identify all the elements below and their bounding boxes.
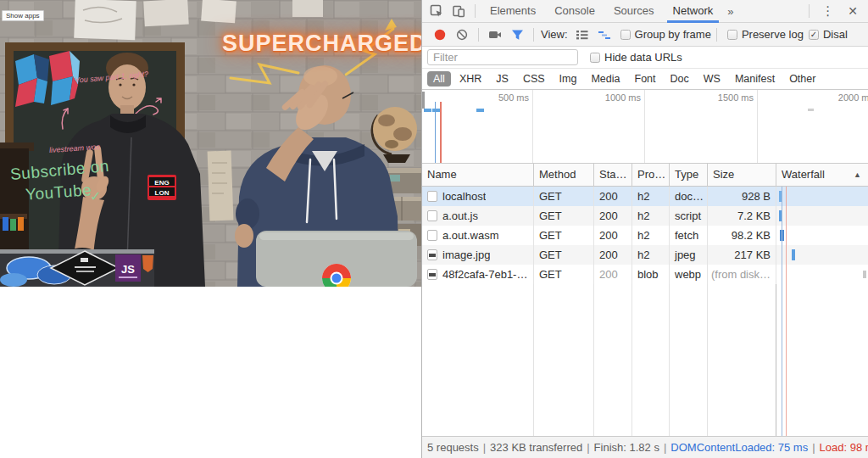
capture-screenshots-icon[interactable] (487, 28, 503, 42)
table-row-localhost[interactable]: localhost GET 200 h2 doc… 928 B (422, 187, 868, 206)
laptop-silver (256, 231, 417, 287)
type-filter-img[interactable]: Img (554, 71, 583, 87)
column-header-status[interactable]: Sta… (594, 164, 632, 186)
divider (716, 28, 717, 42)
filter-input[interactable] (427, 49, 578, 65)
preserve-log-label: Preserve log (742, 28, 804, 41)
video-still: ENG LON (0, 0, 421, 287)
divider (533, 28, 534, 42)
overview-request-bar (476, 109, 484, 112)
show-apps-tooltip: Show apps (2, 10, 44, 21)
devtools-panel: Elements Console Sources Network » ⋮ ✕ (421, 0, 868, 458)
group-by-frame-label: Group by frame (635, 28, 711, 41)
hoodie-patch-line1: ENG (154, 179, 169, 187)
table-row-blob-webp[interactable]: 48f2cafa-7eb1-… GET 200 blob webp (from … (422, 265, 868, 284)
laptop-stickers: JS (0, 249, 154, 287)
requests-table: Name Method Sta… Pro… Type Size Waterfal… (422, 164, 868, 436)
type-filter-js[interactable]: JS (490, 71, 515, 87)
dcl-event-line (435, 102, 436, 163)
finish-time: Finish: 1.82 s (594, 441, 659, 454)
type-filter-doc[interactable]: Doc (665, 71, 695, 87)
column-divider (593, 284, 594, 436)
view-label: View: (541, 28, 568, 41)
type-filter-font[interactable]: Font (629, 71, 662, 87)
type-filter-other[interactable]: Other (783, 71, 821, 87)
type-filter-xhr[interactable]: XHR (453, 71, 487, 87)
gridline (757, 90, 758, 163)
image-file-icon (427, 269, 437, 280)
chalk-subscribe-check: ✓ (90, 188, 102, 204)
load-time: Load: 98 ms (820, 441, 868, 454)
waterfall-bar (863, 271, 866, 278)
document-file-icon (427, 230, 437, 241)
column-header-name[interactable]: Name (422, 164, 534, 186)
column-divider (632, 284, 632, 436)
document-file-icon (427, 210, 437, 221)
js-sticker-label: JS (121, 263, 135, 276)
devtools-menu-icon[interactable]: ⋮ (815, 3, 841, 19)
document-file-icon (427, 191, 437, 202)
summary-separator: | (664, 441, 666, 454)
record-icon[interactable] (432, 28, 448, 42)
type-filter-media[interactable]: Media (585, 71, 626, 87)
group-by-frame-checkbox[interactable] (620, 30, 631, 40)
more-tabs-icon[interactable]: » (722, 5, 738, 18)
table-header-row: Name Method Sta… Pro… Type Size Waterfal… (422, 164, 868, 187)
list-view-icon[interactable] (575, 28, 590, 42)
filter-row: Hide data URLs (422, 47, 868, 69)
devtools-tab-bar: Elements Console Sources Network » ⋮ ✕ (422, 0, 868, 23)
filter-icon[interactable] (509, 28, 525, 42)
disable-cache-label: Disal (823, 28, 848, 41)
table-row-image-jpg[interactable]: image.jpg GET 200 h2 jpeg 217 KB (422, 245, 868, 265)
hide-data-urls-label: Hide data URLs (604, 51, 682, 64)
column-divider (776, 284, 776, 436)
gridline (532, 90, 533, 163)
domcontentloaded-time: DOMContentLoaded: 75 ms (670, 441, 808, 454)
column-header-size[interactable]: Size (708, 164, 776, 186)
column-divider (533, 284, 534, 436)
overview-view-icon[interactable] (597, 28, 612, 42)
requests-count: 5 requests (427, 441, 479, 454)
overview-request-bar (432, 109, 440, 112)
preserve-log-checkbox[interactable] (727, 30, 737, 40)
sort-indicator-icon: ▲ (854, 164, 861, 186)
network-overview-timeline[interactable]: 500 ms 1000 ms 1500 ms 2000 ms (422, 90, 868, 164)
type-filter-css[interactable]: CSS (517, 71, 551, 87)
tick-1000ms: 1000 ms (576, 92, 641, 103)
hide-data-urls-checkbox[interactable] (590, 53, 600, 63)
tab-elements[interactable]: Elements (481, 0, 545, 23)
tab-network[interactable]: Network (664, 0, 723, 23)
column-header-protocol[interactable]: Pro… (632, 164, 670, 186)
overview-request-bar (808, 109, 814, 111)
column-divider (707, 284, 708, 436)
screenshot-stage: ENG LON (0, 0, 868, 458)
divider (475, 4, 476, 18)
dcl-event-line (782, 187, 782, 436)
column-header-waterfall[interactable]: Waterfall ▲ (776, 164, 868, 186)
image-file-icon (427, 249, 437, 260)
table-row-a-out-js[interactable]: a.out.js GET 200 h2 script 7.2 KB (422, 206, 868, 226)
summary-separator: | (812, 441, 815, 454)
clear-icon[interactable] (454, 28, 470, 42)
summary-separator: | (587, 441, 589, 454)
close-devtools-icon[interactable]: ✕ (841, 4, 865, 18)
overview-resize-handle[interactable] (422, 92, 425, 109)
waterfall-bar (792, 249, 795, 260)
network-toolbar: View: Group by frame (422, 23, 868, 47)
tick-1500ms: 1500 ms (689, 92, 754, 103)
hoodie-patch-line2: LON (155, 189, 170, 197)
type-filter-manifest[interactable]: Manifest (729, 71, 781, 87)
column-header-type[interactable]: Type (670, 164, 708, 186)
tick-500ms: 500 ms (465, 92, 529, 103)
type-filter-all[interactable]: All (427, 71, 451, 87)
column-divider (669, 284, 670, 436)
table-row-a-out-wasm[interactable]: a.out.wasm GET 200 h2 fetch 98.2 KB (422, 226, 868, 245)
disable-cache-checkbox[interactable]: ✓ (809, 30, 819, 40)
tab-console[interactable]: Console (545, 0, 604, 23)
type-filter-ws[interactable]: WS (698, 71, 726, 87)
inspect-element-icon[interactable] (428, 3, 445, 19)
tab-sources[interactable]: Sources (604, 0, 664, 23)
device-toolbar-icon[interactable] (450, 3, 467, 19)
column-header-method[interactable]: Method (534, 164, 594, 186)
divider (809, 4, 810, 18)
